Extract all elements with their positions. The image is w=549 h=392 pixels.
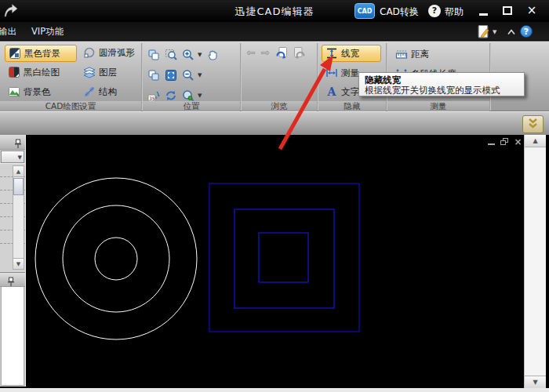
zoom-window-icon[interactable] bbox=[165, 49, 177, 61]
scroll-up-button[interactable]: ▲ bbox=[525, 135, 546, 147]
smooth-arc-label: 圆滑弧形 bbox=[99, 47, 135, 59]
mdi-restore-button[interactable] bbox=[500, 137, 510, 147]
group-label-hide: 隐藏 bbox=[318, 101, 386, 111]
drawing-square[interactable] bbox=[209, 183, 359, 332]
second-panel-body[interactable] bbox=[1, 287, 24, 386]
tooltip: 隐藏线宽 根据线宽开关切换线宽的显示模式 bbox=[358, 72, 525, 96]
dropdown-arrow: ▼ bbox=[18, 154, 22, 161]
toolbar-spacer bbox=[0, 111, 549, 135]
drawing-circle[interactable] bbox=[35, 178, 197, 339]
rotate-angle-text: 35° bbox=[149, 96, 158, 101]
help-icon[interactable]: ? bbox=[428, 5, 441, 17]
bottom-strip bbox=[0, 388, 549, 392]
canvas-vertical-scrollbar[interactable]: ▲ ▼ bbox=[524, 135, 546, 388]
undo-icon[interactable] bbox=[275, 46, 288, 59]
menu-item-vip[interactable]: VIP功能 bbox=[25, 22, 70, 38]
background-color-button[interactable]: 背景色 bbox=[5, 84, 54, 100]
zoom-object-icon[interactable] bbox=[182, 89, 195, 102]
question-icon[interactable]: ? bbox=[520, 25, 533, 38]
maximize-icon bbox=[503, 6, 512, 15]
back-icon[interactable]: ⇦ bbox=[246, 46, 256, 59]
zoom-in-icon[interactable] bbox=[182, 49, 195, 61]
help-button[interactable]: 帮助 bbox=[445, 5, 464, 19]
left-dock-panel: ▼ ▲ ▼ bbox=[0, 135, 26, 387]
app-window: 迅捷CAD编辑器 CAD CAD转换 ? 帮助 × 输出 VIP功能 ▼ ? 黑… bbox=[0, 0, 549, 392]
smooth-arc-button[interactable]: 圆滑弧形 bbox=[80, 45, 138, 60]
menu-bar: 输出 VIP功能 ▼ ? bbox=[0, 22, 549, 41]
menu-item-output[interactable]: 输出 bbox=[0, 22, 23, 38]
edit-pencil-icon[interactable] bbox=[476, 24, 491, 38]
forward-arrow-icon[interactable] bbox=[2, 2, 20, 20]
forward-icon[interactable]: ⇨ bbox=[261, 46, 271, 59]
bw-drawing-button[interactable]: 黑白绘图 bbox=[5, 64, 63, 80]
drawing-circle[interactable] bbox=[95, 238, 137, 280]
text-icon: A bbox=[325, 85, 338, 98]
bw-drawing-icon bbox=[8, 66, 20, 78]
distance-button[interactable]: 距离 bbox=[392, 46, 432, 62]
redo-icon[interactable] bbox=[293, 46, 306, 59]
fit-extents-icon[interactable] bbox=[165, 69, 177, 82]
caret-up-icon[interactable] bbox=[506, 26, 517, 37]
pin-icon[interactable] bbox=[14, 137, 22, 147]
zoom-object-dropdown-arrow[interactable]: ▼ bbox=[198, 93, 202, 99]
group-label-browse: 浏览 bbox=[242, 101, 317, 111]
drawing-square[interactable] bbox=[235, 209, 334, 308]
hide-text-button[interactable]: A 文字 bbox=[322, 84, 362, 100]
pin-icon[interactable] bbox=[7, 275, 15, 285]
group-label-measure: 测量 bbox=[387, 101, 489, 111]
second-panel-header[interactable] bbox=[0, 272, 25, 287]
refresh-icon[interactable] bbox=[165, 89, 177, 102]
scroll-up-button[interactable]: ▲ bbox=[13, 166, 24, 177]
send-backward-icon[interactable] bbox=[147, 69, 160, 82]
layers-icon bbox=[83, 66, 96, 78]
hide-measure-button[interactable]: 测量 bbox=[322, 65, 362, 81]
drawing-circle[interactable] bbox=[63, 205, 169, 312]
pan-hand-icon[interactable] bbox=[206, 49, 219, 61]
edit-dropdown-arrow[interactable]: ▼ bbox=[493, 29, 496, 35]
hide-measure-label: 测量 bbox=[341, 67, 359, 79]
maximize-button[interactable] bbox=[500, 3, 517, 19]
zoom-out-dropdown-arrow[interactable]: ▼ bbox=[198, 72, 202, 78]
bring-forward-icon[interactable] bbox=[147, 49, 160, 61]
hide-text-label: 文字 bbox=[341, 86, 359, 98]
layers-label: 图层 bbox=[99, 67, 117, 78]
black-background-icon bbox=[9, 47, 21, 60]
drawing-square[interactable] bbox=[259, 233, 308, 282]
properties-panel-header[interactable] bbox=[0, 135, 25, 150]
scroll-down-button[interactable]: ▼ bbox=[525, 376, 546, 388]
tooltip-title: 隐藏线宽 bbox=[365, 74, 518, 85]
cad-convert-button[interactable]: CAD转换 bbox=[380, 5, 419, 19]
mdi-minimize-icon bbox=[488, 143, 495, 145]
minimize-icon bbox=[479, 13, 488, 16]
minimize-button[interactable] bbox=[475, 3, 493, 19]
black-background-button[interactable]: 黑色背景 bbox=[5, 45, 77, 62]
structure-icon bbox=[83, 85, 96, 98]
properties-list[interactable]: ▲ ▼ bbox=[0, 163, 25, 272]
ribbon-group-browse: ⇦ ⇨ 浏览 bbox=[242, 42, 317, 111]
scroll-down-button[interactable]: ▼ bbox=[13, 258, 24, 269]
layers-button[interactable]: 图层 bbox=[80, 64, 120, 80]
rotate-icon[interactable]: 35° bbox=[147, 89, 160, 102]
mdi-window-controls: × bbox=[486, 137, 523, 147]
background-color-label: 背景色 bbox=[24, 86, 51, 98]
expand-panel-button[interactable] bbox=[522, 115, 544, 133]
workspace: ▼ ▲ ▼ bbox=[0, 135, 549, 392]
structure-button[interactable]: 结构 bbox=[80, 84, 120, 100]
distance-label: 距离 bbox=[411, 49, 429, 60]
mdi-minimize-button[interactable] bbox=[486, 137, 496, 147]
structure-label: 结构 bbox=[99, 86, 117, 98]
mdi-close-button[interactable]: × bbox=[513, 137, 523, 147]
close-button[interactable]: × bbox=[523, 3, 540, 19]
cad-badge-icon[interactable]: CAD bbox=[354, 3, 375, 19]
tooltip-description: 根据线宽开关切换线宽的显示模式 bbox=[365, 85, 518, 96]
line-width-icon bbox=[325, 47, 338, 60]
bw-drawing-label: 黑白绘图 bbox=[24, 67, 60, 78]
zoom-in-dropdown-arrow[interactable]: ▼ bbox=[198, 52, 202, 58]
zoom-out-icon[interactable] bbox=[182, 69, 195, 82]
panel-scrollbar[interactable]: ▲ ▼ bbox=[13, 165, 24, 270]
ribbon-group-draw-settings: 黑色背景 圆滑弧形 黑白绘图 图层 bbox=[0, 42, 141, 111]
cad-drawing-canvas[interactable]: × bbox=[27, 135, 524, 388]
line-width-button[interactable]: 线宽 bbox=[322, 45, 381, 62]
layer-dropdown[interactable]: ▼ bbox=[1, 151, 24, 163]
scroll-thumb[interactable] bbox=[13, 178, 24, 195]
